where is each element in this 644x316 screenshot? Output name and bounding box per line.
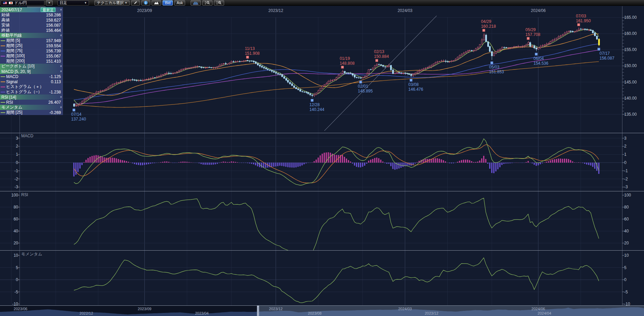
currency-pair-label: ドル/円 bbox=[14, 0, 27, 5]
momentum-axis-label: 0 bbox=[2, 277, 18, 282]
annotation-price: 137.240 bbox=[71, 117, 86, 122]
technical-select-button[interactable]: テクニカル選択 ▼ bbox=[94, 0, 130, 5]
annotation-date: 07/03 bbox=[576, 14, 591, 18]
zoom-in-icon bbox=[216, 1, 222, 5]
chevron-down-icon: ▼ bbox=[125, 1, 127, 4]
ask-label: Ask bbox=[177, 1, 183, 5]
indicator-data-panel: 2024/07/17最新足×始値158.286高値158.627安値156.08… bbox=[0, 7, 63, 115]
annotation-date: 05/29 bbox=[526, 27, 540, 32]
price-axis-label: 140.00 bbox=[624, 96, 637, 101]
panel-item-value: 156.087 bbox=[46, 23, 61, 28]
close-icon[interactable]: × bbox=[60, 105, 62, 110]
bid-button[interactable]: Bid bbox=[163, 0, 173, 5]
macd-axis-label: -1 bbox=[624, 168, 628, 173]
bottom-axis-label: 2024/06 bbox=[531, 307, 545, 311]
annotation-price: 151.853 bbox=[489, 69, 504, 74]
macd-axis-label: 1 bbox=[2, 152, 18, 157]
price-axis-label: 165.00 bbox=[624, 15, 637, 20]
annotation-price: 157.708 bbox=[526, 32, 540, 37]
price-axis-label: 150.00 bbox=[624, 63, 637, 68]
rsi-axis-label: 100 bbox=[624, 193, 631, 198]
panel-data-row: Signal0.113 bbox=[0, 79, 63, 84]
bottom-annotation: 03/08146.476 bbox=[408, 82, 423, 92]
close-icon[interactable]: × bbox=[60, 69, 62, 74]
peak-annotation: 01/19148.808 bbox=[340, 56, 355, 66]
momentum-axis-label: -5 bbox=[624, 290, 628, 294]
annotation-date: 02/13 bbox=[374, 49, 389, 54]
panel-item-value: 155.067 bbox=[46, 54, 61, 59]
panel-header-row[interactable]: MACD [5, 20, 9]× bbox=[0, 69, 63, 74]
panel-data-row: 期間 [25]159.554 bbox=[0, 43, 63, 48]
volume-button[interactable] bbox=[191, 0, 201, 5]
navigator-date-label: 2024/04 bbox=[538, 311, 551, 315]
panel-item-value: -1.125 bbox=[49, 74, 61, 79]
annotation-date: 03/08 bbox=[408, 82, 423, 87]
chart-date-label: 2023/12 bbox=[268, 8, 283, 13]
panel-section-label: RSI [14] bbox=[1, 95, 16, 100]
technical-select-label: テクニカル選択 bbox=[97, 0, 124, 5]
zoom-out-button[interactable] bbox=[202, 0, 212, 5]
annotation-date: 04/29 bbox=[481, 19, 496, 24]
momentum-axis-label: -5 bbox=[2, 290, 18, 294]
panel-section-label: ピークボトム [10] bbox=[1, 63, 35, 69]
close-icon[interactable]: × bbox=[60, 64, 62, 69]
annotation-date: 11/13 bbox=[245, 46, 259, 51]
info-button[interactable] bbox=[141, 0, 150, 5]
macd-axis-label: -2 bbox=[624, 177, 628, 181]
panel-data-row: 終値156.464 bbox=[0, 28, 63, 33]
chevron-down-icon: ▼ bbox=[48, 1, 51, 4]
panel-title-row[interactable]: 2024/07/17最新足× bbox=[0, 7, 63, 12]
chart-style-button[interactable] bbox=[152, 0, 161, 5]
bottom-axis-label: 2023/06 bbox=[14, 307, 27, 311]
close-icon[interactable]: × bbox=[60, 33, 62, 38]
macd-axis-label: 2 bbox=[624, 144, 627, 149]
macd-axis-label: -2 bbox=[2, 177, 18, 181]
panel-drag-grip[interactable] bbox=[27, 6, 46, 8]
rsi-axis-label: 80 bbox=[624, 205, 629, 210]
bottom-axis-label: 2024/03 bbox=[398, 307, 412, 311]
ask-button[interactable]: Ask bbox=[174, 0, 185, 5]
zoom-out-icon bbox=[205, 1, 210, 5]
macd-axis-label: 2 bbox=[2, 144, 18, 149]
annotation-date: 06/04 bbox=[533, 56, 548, 61]
panel-data-row: 高値158.627 bbox=[0, 17, 63, 23]
bottom-annotation: 12/28140.244 bbox=[309, 102, 324, 112]
panel-item-value: -1.238 bbox=[49, 90, 61, 94]
peak-annotation: 05/29157.708 bbox=[526, 27, 540, 37]
close-icon[interactable]: × bbox=[60, 94, 62, 100]
bottom-axis-label: 2023/12 bbox=[269, 307, 283, 311]
chart-canvas[interactable] bbox=[0, 0, 644, 316]
waveform-icon bbox=[193, 1, 198, 5]
rsi-axis-label: 60 bbox=[624, 217, 629, 222]
panel-header-row[interactable]: モメンタム× bbox=[0, 105, 63, 110]
rsi-axis-label: 100 bbox=[2, 193, 18, 198]
annotation-price: 154.536 bbox=[533, 61, 548, 66]
navigator-date-label: 2022/12 bbox=[79, 311, 93, 315]
panel-header-row[interactable]: RSI [14]× bbox=[0, 94, 63, 100]
line-color-swatch bbox=[1, 40, 5, 41]
panel-item-value: 159.554 bbox=[46, 43, 61, 48]
panel-header-row[interactable]: ピークボトム [10]× bbox=[0, 64, 63, 69]
peak-annotation: 07/03161.950 bbox=[576, 14, 591, 23]
annotation-price: 140.244 bbox=[309, 107, 324, 112]
annotation-price: 151.908 bbox=[245, 51, 259, 56]
panel-header-row[interactable]: 移動平均線× bbox=[0, 33, 63, 38]
currency-pair-select[interactable]: ドル/円 bbox=[1, 0, 44, 5]
draw-button[interactable] bbox=[131, 0, 140, 5]
latest-bar-button[interactable]: 最新足 bbox=[41, 8, 55, 12]
timeframe-select[interactable]: 日足 ▼ bbox=[57, 0, 89, 5]
panel-item-value: 0.113 bbox=[51, 79, 61, 84]
info-icon bbox=[144, 1, 148, 5]
momentum-axis-label: 5 bbox=[2, 265, 18, 270]
navigator-date-label: 2023/08 bbox=[308, 311, 322, 315]
zoom-in-button[interactable] bbox=[214, 0, 224, 5]
annotation-date: 01/19 bbox=[340, 56, 355, 61]
close-icon[interactable]: × bbox=[60, 7, 62, 12]
panel-data-row: 始値158.286 bbox=[0, 12, 63, 17]
pair-dropdown-button[interactable]: ▼ bbox=[46, 0, 53, 5]
line-color-swatch bbox=[1, 92, 5, 92]
line-color-swatch bbox=[1, 46, 5, 46]
panel-item-value: 157.949 bbox=[46, 38, 61, 43]
toolbar: ドル/円 ▼ 日足 ▼ テクニカル選択 ▼ bbox=[0, 0, 644, 6]
annotation-date: 05/03 bbox=[489, 65, 504, 69]
